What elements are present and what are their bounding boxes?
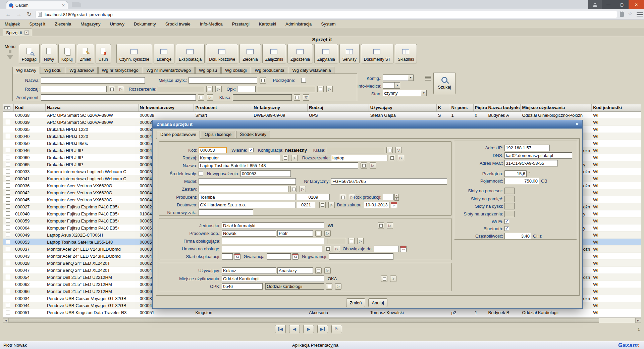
maximize-button[interactable]: ▢ — [615, 0, 629, 9]
lookup-button[interactable] — [260, 77, 266, 84]
open-button[interactable]: ▷ — [370, 162, 376, 169]
menu-lines-icon[interactable] — [425, 76, 431, 80]
lookup-button[interactable] — [109, 86, 115, 92]
toolbar-button-czynn-cykliczne[interactable]: Czynn. cykliczne — [116, 44, 152, 63]
toolbar-button-licencje[interactable]: Licencje — [154, 44, 174, 63]
adres-mac-input[interactable] — [504, 160, 558, 166]
app-tab-sprzet-it[interactable]: Sprzęt it ✕ — [3, 29, 32, 36]
toolbar-button-składniki[interactable]: Składniki — [395, 44, 417, 63]
zestaw-input[interactable] — [199, 186, 288, 192]
toolbar-button-dokumenty-st[interactable]: Dokumenty ST — [361, 44, 393, 63]
browser-menu-icon[interactable] — [637, 12, 643, 16]
extension-icon[interactable] — [620, 12, 624, 17]
anuluj-button[interactable]: Anuluj — [368, 298, 387, 307]
lookup-button[interactable] — [361, 162, 367, 169]
close-window-button[interactable]: ✕ — [629, 0, 644, 9]
next-page-button[interactable]: ▶ — [303, 325, 314, 333]
column-header-nr-fabryczny[interactable]: Nr fabryczny — [252, 104, 308, 111]
toolbar-button-kopiuj[interactable]: Kopiuj — [58, 44, 75, 63]
rok-produkcji-input[interactable] — [383, 194, 394, 200]
rozszerzenie-input[interactable] — [158, 86, 204, 92]
row-checkbox[interactable] — [6, 233, 10, 237]
filter-tab-wg-daty-wstawienia[interactable]: Wg daty wstawienia — [289, 67, 335, 73]
toolbar-button-nowy[interactable]: Nowy — [41, 44, 57, 63]
dropdown-button[interactable]: ▽ — [303, 94, 309, 101]
open-button[interactable]: ▷ — [357, 238, 364, 244]
open-button[interactable]: ▷ — [398, 155, 404, 161]
pojemnosc-input[interactable] — [504, 178, 539, 184]
data-zakupu-input[interactable] — [364, 202, 389, 208]
menu-item-dokumenty[interactable]: Dokumenty — [129, 21, 161, 27]
klasa-input[interactable] — [327, 147, 385, 153]
open-button[interactable]: ▷ — [335, 283, 341, 290]
browser-tab[interactable]: Gaxam ✕ — [6, 1, 68, 9]
row-checkbox[interactable] — [6, 113, 10, 117]
uzywajacy-nazwisko-input[interactable] — [222, 267, 276, 274]
nr-gwarancji-input[interactable] — [329, 253, 393, 260]
row-checkbox[interactable] — [6, 155, 10, 159]
scroll-left-icon[interactable]: ◄ — [3, 318, 9, 323]
calendar-icon[interactable]: 14 — [400, 246, 407, 252]
toolbar-button-zapytania[interactable]: Zapytania — [314, 44, 338, 63]
lookup-button[interactable] — [317, 86, 324, 92]
last-page-button[interactable]: ▶ — [317, 325, 328, 333]
dropdown-button[interactable]: ▽ — [395, 147, 402, 153]
menu-item-administracja[interactable]: Administracja — [281, 21, 316, 27]
czestotliwosc-input[interactable] — [504, 233, 531, 239]
stan-select[interactable]: czynny▼ — [383, 90, 427, 96]
row-checkbox[interactable] — [6, 197, 10, 202]
firma-kod-input[interactable] — [327, 238, 346, 244]
open-button[interactable]: ▷ — [324, 267, 331, 274]
start-eksploatacji-input[interactable] — [222, 253, 233, 260]
open-button[interactable]: ▷ — [291, 155, 298, 161]
szukaj-button[interactable]: Szukaj — [433, 72, 455, 94]
horizontal-scrollbar[interactable]: ◄ ► — [3, 318, 641, 323]
nr-umowy-input[interactable] — [199, 209, 253, 216]
column-header-używający[interactable]: Używający — [369, 104, 437, 111]
lookup-button[interactable] — [378, 222, 384, 229]
menu-item-info-medica[interactable]: Info-Medica — [195, 21, 227, 27]
row-checkbox[interactable] — [6, 296, 10, 300]
app-tab-close-icon[interactable]: ✕ — [24, 31, 29, 35]
row-checkbox[interactable] — [6, 261, 10, 265]
user-profile-button[interactable] — [588, 0, 602, 9]
lookup-button[interactable] — [206, 86, 213, 92]
minimize-button[interactable]: — — [602, 0, 615, 9]
row-checkbox[interactable] — [6, 169, 10, 173]
menu-item-zlecenia[interactable]: Zlecenia — [50, 21, 76, 27]
row-checkbox[interactable] — [6, 275, 10, 279]
konfig-select[interactable]: ▼ — [383, 74, 414, 81]
column-header-nazwa-budynku[interactable]: Nazwa budynku — [487, 104, 521, 111]
dialog-titlebar[interactable]: Zmiana sprzętu it ✕ — [153, 120, 582, 129]
toolbar-button-usuń[interactable]: ✗Usuń — [96, 44, 111, 63]
forward-button[interactable]: → — [16, 10, 22, 18]
podrzedne-checkbox[interactable] — [301, 78, 306, 83]
row-checkbox[interactable] — [6, 226, 10, 230]
lookup-button[interactable] — [326, 283, 332, 290]
lookup-button[interactable] — [381, 276, 387, 282]
sloty-procesor-input[interactable] — [504, 188, 515, 194]
menu-item-magazyny[interactable]: Magazyny — [76, 21, 105, 27]
omnibox[interactable]: localhost:8180/gxstart_prezent/app — [36, 11, 617, 18]
model-input[interactable] — [199, 178, 296, 185]
infomedica-select[interactable]: ▼ — [383, 82, 400, 89]
expand-collapse-header[interactable]: +− — [3, 104, 14, 111]
bluetooth-checkbox[interactable] — [504, 226, 509, 231]
calendar-icon[interactable]: 14 — [391, 202, 397, 208]
asortyment-input[interactable] — [41, 94, 196, 101]
filter-tab-wg-opisu[interactable]: Wg opisu — [195, 67, 221, 73]
filter-tab-wg-nazwy[interactable]: Wg nazwy — [12, 67, 40, 74]
opk-input[interactable] — [237, 86, 256, 92]
column-header-k[interactable]: K — [437, 104, 450, 111]
lookup-button[interactable] — [198, 94, 204, 101]
row-checkbox[interactable] — [6, 240, 10, 244]
gwarancja-input[interactable] — [267, 253, 291, 260]
wifi-checkbox[interactable] — [504, 219, 509, 224]
pracownik-imie-input[interactable] — [277, 230, 313, 237]
prev-page-button[interactable]: ◀ — [289, 325, 300, 333]
lookup-button[interactable] — [290, 186, 297, 192]
open-button[interactable]: ▷ — [207, 94, 213, 101]
toolbar-button-serwisy[interactable]: Serwisy — [339, 44, 360, 63]
column-header-kod[interactable]: Kod — [14, 104, 46, 111]
toolbar-button-zgłoszenia[interactable]: Zgłoszenia — [287, 44, 313, 63]
